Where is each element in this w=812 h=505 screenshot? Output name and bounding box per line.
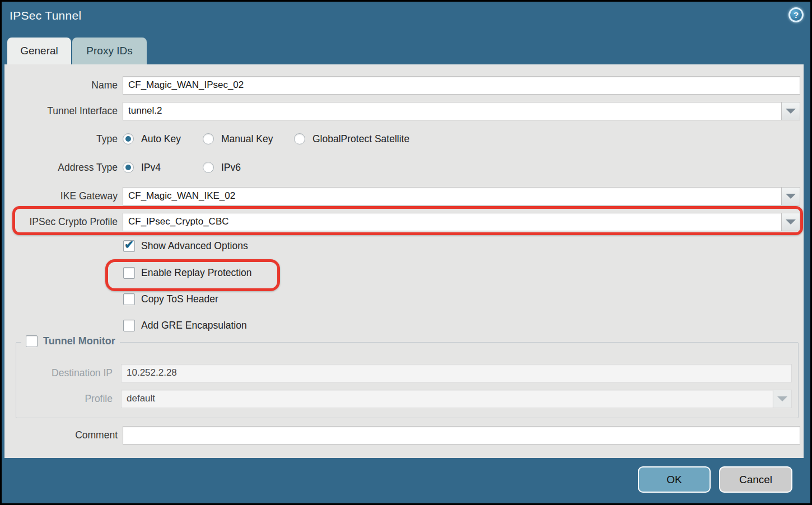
- radio-manual-key-control[interactable]: [203, 133, 214, 144]
- tunnel-interface-dropdown-button[interactable]: [782, 102, 800, 120]
- type-label: Type: [4, 133, 118, 145]
- address-type-row: Address Type IPv4 IPv6: [4, 158, 241, 177]
- profile-label: Profile: [16, 393, 113, 405]
- chevron-down-icon: [786, 109, 796, 114]
- profile-dropdown-button: [773, 390, 792, 408]
- ike-gateway-row: IKE Gateway: [4, 186, 800, 205]
- copy-tos-header-checkbox-row[interactable]: Copy ToS Header: [123, 293, 218, 305]
- profile-row: Profile: [16, 389, 792, 408]
- tunnel-interface-label: Tunnel Interface: [4, 105, 118, 117]
- tunnel-monitor-checkbox[interactable]: [26, 335, 38, 347]
- copy-tos-header-checkbox[interactable]: [123, 293, 135, 305]
- ipsec-crypto-profile-dropdown-button[interactable]: [782, 213, 800, 231]
- ipsec-tunnel-dialog: IPSec Tunnel ? General Proxy IDs Name Tu…: [0, 0, 812, 505]
- title-bar: IPSec Tunnel ?: [2, 2, 810, 36]
- radio-ipv4[interactable]: IPv4: [123, 162, 203, 174]
- radio-globalprotect-satellite-control[interactable]: [294, 133, 305, 144]
- tab-general[interactable]: General: [7, 38, 71, 64]
- show-advanced-options-checkbox[interactable]: [123, 240, 135, 252]
- tunnel-monitor-label: Tunnel Monitor: [43, 335, 115, 347]
- tunnel-monitor-section: Tunnel Monitor Destination IP Profile: [16, 342, 799, 418]
- radio-ipv4-control[interactable]: [123, 162, 134, 173]
- tab-proxy-ids[interactable]: Proxy IDs: [72, 38, 147, 64]
- name-label: Name: [4, 80, 118, 91]
- add-gre-encapsulation-checkbox-row[interactable]: Add GRE Encapsulation: [123, 320, 247, 331]
- radio-auto-key[interactable]: Auto Key: [123, 133, 203, 145]
- destination-ip-input: [121, 364, 792, 382]
- dialog-title: IPSec Tunnel: [10, 9, 82, 22]
- add-gre-encapsulation-label: Add GRE Encapsulation: [141, 320, 247, 331]
- profile-input: [121, 390, 773, 408]
- show-advanced-options-checkbox-row[interactable]: Show Advanced Options: [123, 240, 248, 252]
- enable-replay-protection-checkbox[interactable]: [123, 267, 135, 279]
- radio-ipv4-label: IPv4: [141, 162, 161, 174]
- radio-manual-key-label: Manual Key: [221, 133, 273, 145]
- chevron-down-icon: [786, 194, 796, 199]
- destination-ip-row: Destination IP: [16, 363, 792, 382]
- name-input[interactable]: [123, 76, 800, 95]
- radio-ipv6-control[interactable]: [203, 162, 214, 173]
- comment-label: Comment: [4, 429, 118, 441]
- ipsec-crypto-profile-label: IPSec Crypto Profile: [4, 216, 118, 228]
- radio-ipv6-label: IPv6: [221, 162, 241, 174]
- address-type-radio-group: IPv4 IPv6: [123, 162, 241, 174]
- ipsec-crypto-profile-row: IPSec Crypto Profile: [4, 212, 800, 231]
- dialog-footer: OK Cancel: [2, 458, 810, 503]
- ipsec-crypto-profile-input[interactable]: [123, 213, 782, 231]
- type-radio-group: Auto Key Manual Key GlobalProtect Satell…: [123, 133, 409, 145]
- address-type-label: Address Type: [4, 162, 118, 174]
- tunnel-interface-row: Tunnel Interface: [4, 101, 800, 120]
- cancel-button[interactable]: Cancel: [719, 466, 792, 493]
- tunnel-monitor-checkbox-row[interactable]: Tunnel Monitor: [21, 335, 120, 347]
- radio-auto-key-label: Auto Key: [141, 133, 181, 145]
- chevron-down-icon: [786, 219, 796, 225]
- comment-row: Comment: [4, 425, 800, 445]
- enable-replay-protection-checkbox-row[interactable]: Enable Replay Protection: [123, 267, 251, 279]
- destination-ip-label: Destination IP: [16, 367, 113, 379]
- add-gre-encapsulation-checkbox[interactable]: [123, 320, 135, 331]
- name-row: Name: [4, 76, 800, 95]
- enable-replay-protection-label: Enable Replay Protection: [141, 267, 251, 279]
- chevron-down-icon: [777, 396, 787, 401]
- comment-input[interactable]: [123, 426, 800, 445]
- ike-gateway-dropdown-button[interactable]: [782, 187, 800, 205]
- show-advanced-options-label: Show Advanced Options: [141, 240, 248, 252]
- radio-manual-key[interactable]: Manual Key: [203, 133, 294, 145]
- help-icon[interactable]: ?: [788, 7, 804, 22]
- radio-globalprotect-satellite-label: GlobalProtect Satellite: [312, 133, 409, 145]
- radio-ipv6[interactable]: IPv6: [203, 162, 241, 174]
- general-tab-panel: Name Tunnel Interface Type Auto Key Manu…: [4, 64, 804, 458]
- radio-globalprotect-satellite[interactable]: GlobalProtect Satellite: [294, 133, 409, 145]
- ok-button[interactable]: OK: [638, 466, 711, 493]
- ike-gateway-label: IKE Gateway: [4, 190, 118, 202]
- type-row: Type Auto Key Manual Key GlobalProtect S…: [4, 129, 409, 148]
- ike-gateway-input[interactable]: [123, 187, 782, 205]
- copy-tos-header-label: Copy ToS Header: [141, 293, 218, 305]
- radio-auto-key-control[interactable]: [123, 133, 134, 144]
- tunnel-interface-input[interactable]: [123, 102, 782, 120]
